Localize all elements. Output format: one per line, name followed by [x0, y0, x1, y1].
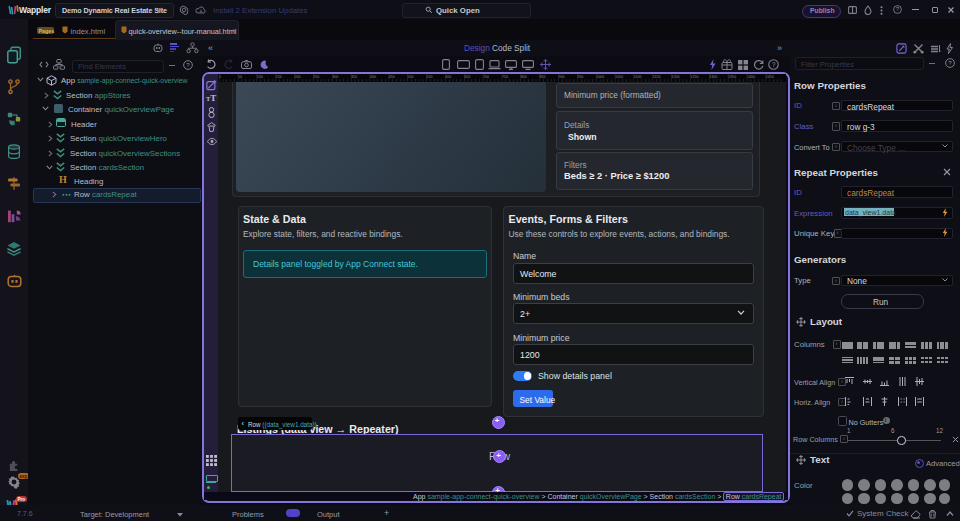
svg-text:1300: 1300 [709, 75, 717, 79]
svg-text:450: 450 [388, 75, 394, 79]
svg-text:1250: 1250 [690, 75, 698, 79]
svg-text:1450: 1450 [765, 75, 773, 79]
svg-text:1200: 1200 [671, 75, 679, 79]
svg-text:0: 0 [219, 75, 221, 79]
svg-text:?: ? [772, 61, 776, 68]
svg-text:650: 650 [464, 75, 470, 79]
svg-text:1150: 1150 [652, 75, 660, 79]
svg-text:950: 950 [577, 75, 583, 79]
svg-text:750: 750 [501, 75, 507, 79]
svg-text:1050: 1050 [615, 75, 623, 79]
svg-text:250: 250 [313, 75, 319, 79]
svg-text:850: 850 [539, 75, 545, 79]
svg-text:200: 200 [294, 75, 300, 79]
svg-text:800: 800 [520, 75, 526, 79]
svg-text:?: ? [948, 59, 952, 66]
svg-text:400: 400 [369, 75, 375, 79]
svg-text:1000: 1000 [596, 75, 604, 79]
svg-text:150: 150 [275, 75, 281, 79]
svg-text:550: 550 [426, 75, 432, 79]
svg-text:900: 900 [558, 75, 564, 79]
svg-text:1350: 1350 [728, 75, 736, 79]
svg-text:1400: 1400 [746, 75, 754, 79]
svg-text:100: 100 [256, 75, 262, 79]
svg-text:300: 300 [332, 75, 338, 79]
svg-text:350: 350 [351, 75, 357, 79]
svg-text:50: 50 [238, 75, 242, 79]
svg-text:1100: 1100 [633, 75, 641, 79]
svg-text:?: ? [186, 61, 190, 68]
svg-text:500: 500 [407, 75, 413, 79]
svg-text:600: 600 [445, 75, 451, 79]
svg-text:700: 700 [483, 75, 489, 79]
svg-text:?: ? [896, 6, 899, 12]
